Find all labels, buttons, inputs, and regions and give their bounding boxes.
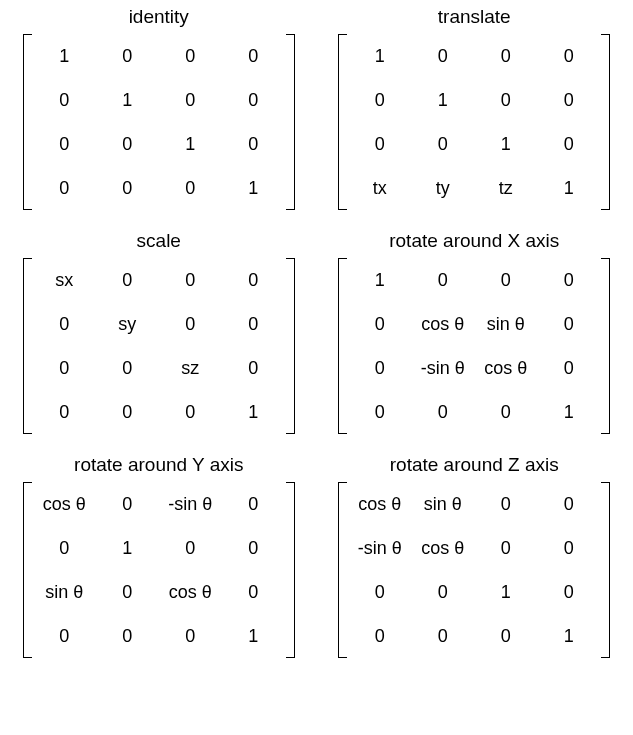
matrix-bracket: sx000 0sy00 00sz0 0001 [23,258,295,434]
matrix-cell: 0 [222,78,285,122]
matrix-cell: cos θ [411,302,474,346]
matrix-block-scale: scale sx000 0sy00 00sz0 0001 [14,230,304,434]
matrix-cell: 0 [96,122,159,166]
matrix-cell: 0 [222,122,285,166]
matrix-cell: 0 [96,346,159,390]
matrix-cell: 0 [348,122,411,166]
bracket-left-icon [338,258,347,434]
bracket-left-icon [338,482,347,658]
matrix-cell: 0 [411,390,474,434]
matrix-cell: tz [474,166,537,210]
matrix-cell: 1 [33,34,96,78]
matrix-table: cos θsin θ00 -sin θcos θ00 0010 0001 [348,482,600,658]
matrix-cell: 0 [96,482,159,526]
matrix-cell: 0 [537,346,600,390]
matrix-table: sx000 0sy00 00sz0 0001 [33,258,285,434]
matrix-cell: 1 [474,570,537,614]
matrix-cell: cos θ [474,346,537,390]
matrix-cell: 1 [474,122,537,166]
matrix-cell: 1 [222,390,285,434]
matrix-cell: 0 [474,614,537,658]
matrix-cell: 0 [474,390,537,434]
matrix-cell: cos θ [159,570,222,614]
matrix-cell: 0 [348,570,411,614]
matrix-cell: 0 [474,482,537,526]
matrix-cell: 0 [474,258,537,302]
matrix-bracket: cos θ0-sin θ0 0100 sin θ0cos θ0 0001 [23,482,295,658]
matrix-cell: 0 [348,346,411,390]
matrix-cell: ty [411,166,474,210]
matrix-cell: 0 [474,78,537,122]
matrix-cell: 0 [33,122,96,166]
matrix-cell: 0 [537,78,600,122]
matrix-cell: sx [33,258,96,302]
bracket-right-icon [601,258,610,434]
matrix-title: scale [137,230,181,252]
matrix-cell: 0 [159,526,222,570]
matrix-cell: sin θ [33,570,96,614]
matrix-cell: 0 [33,526,96,570]
matrix-cell: 0 [33,390,96,434]
matrix-cell: 1 [222,166,285,210]
matrix-cell: 0 [411,570,474,614]
matrix-cell: 0 [222,570,285,614]
matrix-cell: 1 [96,526,159,570]
matrix-cell: 0 [33,78,96,122]
matrix-cell: 1 [348,258,411,302]
matrix-cell: 0 [159,390,222,434]
bracket-left-icon [338,34,347,210]
bracket-left-icon [23,34,32,210]
matrix-cell: sz [159,346,222,390]
matrix-cell: cos θ [33,482,96,526]
matrix-cell: 0 [33,302,96,346]
matrix-cell: 0 [222,34,285,78]
matrix-cell: 0 [159,34,222,78]
matrix-cell: 0 [96,614,159,658]
matrix-cell: cos θ [348,482,411,526]
matrix-cell: 0 [411,258,474,302]
matrix-cell: 0 [474,526,537,570]
matrix-table: 1000 0cos θsin θ0 0-sin θcos θ0 0001 [348,258,600,434]
matrix-cell: 0 [33,614,96,658]
matrix-block-identity: identity 1000 0100 0010 0001 [14,6,304,210]
matrix-cell: 0 [348,390,411,434]
matrix-cell: 1 [222,614,285,658]
matrix-cell: 0 [222,346,285,390]
matrix-cell: 0 [411,122,474,166]
matrix-cell: 0 [222,258,285,302]
matrix-cell: 0 [96,258,159,302]
matrix-cell: 1 [411,78,474,122]
matrix-cell: 0 [159,302,222,346]
matrix-cell: 0 [96,166,159,210]
bracket-right-icon [286,258,295,434]
matrix-cell: 0 [96,34,159,78]
matrix-table: 1000 0100 0010 0001 [33,34,285,210]
matrix-cell: 0 [348,78,411,122]
matrix-cell: tx [348,166,411,210]
matrix-cell: 0 [222,482,285,526]
matrix-cell: 0 [411,34,474,78]
matrix-cell: 0 [348,614,411,658]
matrix-cell: 0 [537,526,600,570]
matrix-block-translate: translate 1000 0100 0010 txtytz1 [330,6,620,210]
matrix-cell: 0 [537,34,600,78]
matrix-cell: 0 [159,78,222,122]
matrix-cell: 0 [159,258,222,302]
bracket-right-icon [601,34,610,210]
matrix-cell: 0 [159,614,222,658]
matrix-cell: 0 [537,258,600,302]
matrix-title: rotate around Y axis [74,454,243,476]
matrix-bracket: 1000 0100 0010 0001 [23,34,295,210]
matrix-cell: 1 [537,166,600,210]
matrix-bracket: 1000 0cos θsin θ0 0-sin θcos θ0 0001 [338,258,610,434]
matrix-bracket: cos θsin θ00 -sin θcos θ00 0010 0001 [338,482,610,658]
matrix-cell: sin θ [474,302,537,346]
matrix-cell: 0 [411,614,474,658]
matrix-block-rotate-x: rotate around X axis 1000 0cos θsin θ0 0… [330,230,620,434]
matrix-grid: identity 1000 0100 0010 0001 translate 1… [14,6,619,658]
matrix-cell: 1 [537,390,600,434]
matrix-cell: 0 [537,570,600,614]
matrix-table: cos θ0-sin θ0 0100 sin θ0cos θ0 0001 [33,482,285,658]
matrix-cell: 0 [537,482,600,526]
matrix-cell: 0 [537,302,600,346]
